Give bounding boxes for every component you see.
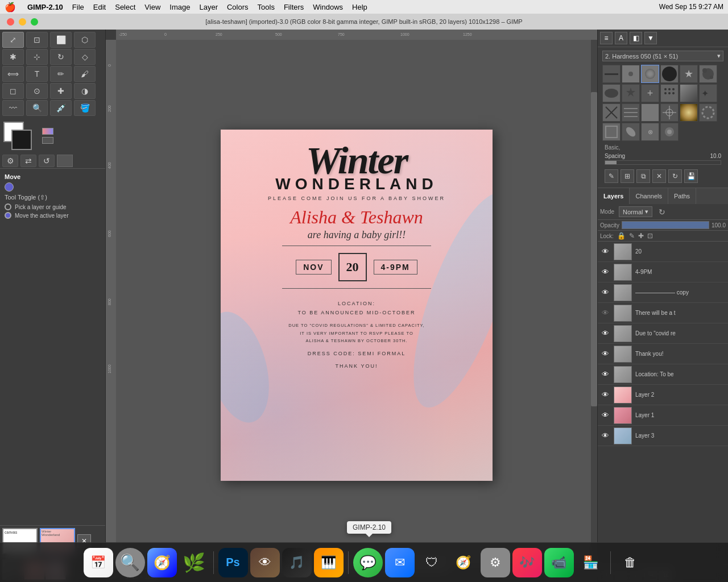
brush-star[interactable]: ★ [680,65,698,83]
menu-select[interactable]: Select [115,3,135,11]
mode-refresh-btn[interactable]: ↻ [657,207,667,217]
tool-eraser[interactable]: ◻ [2,83,24,99]
brush-md-circle[interactable] [641,65,659,83]
brush-leaf[interactable] [622,123,640,141]
tool-free-select[interactable]: ⬡ [74,32,96,48]
dock-fl-studio[interactable]: 🎹 [314,548,344,577]
dock-photoshop[interactable]: Ps [218,548,248,577]
brush-paint1[interactable] [699,103,717,122]
tool-swap[interactable]: ⇄ [20,155,36,167]
dock-store[interactable]: 🏪 [576,548,606,577]
tool-pencil[interactable]: ✏ [50,66,72,82]
dock-music[interactable]: 🎶 [512,548,542,577]
layer-eye-there[interactable]: 👁 [600,308,610,318]
brush-duplicate-btn[interactable]: ⧉ [636,169,650,183]
layer-item-20[interactable]: 👁 20 [598,242,728,262]
tool-dodge-burn[interactable]: ◑ [74,83,96,99]
menu-filters[interactable]: Filters [284,3,304,11]
dock-spotlight[interactable]: 🔍 [115,548,145,577]
dock-facetime[interactable]: 📹 [544,548,574,577]
radio-pick-layer[interactable] [5,203,11,210]
tool-zoom[interactable]: 🔍 [26,100,48,116]
layer-item-location[interactable]: 👁 Location: To be [598,364,728,385]
scrollbar-v-thumb[interactable] [591,92,597,406]
menu-colors[interactable]: Colors [227,3,249,11]
tool-text[interactable]: T [26,66,48,82]
tool-config[interactable]: ⚙ [2,155,18,167]
layer-eye-copy[interactable]: 👁 [600,288,610,298]
tab-paths[interactable]: Paths [668,188,696,204]
tool-fuzzy-select[interactable]: ✱ [2,49,24,65]
panel-btn-2[interactable]: A [615,32,627,44]
menu-image[interactable]: Image [169,3,190,11]
pick-layer-option[interactable]: Pick a layer or guide [5,203,101,210]
tool-flip[interactable]: ⟺ [2,66,24,82]
layer-eye-layer2[interactable]: 👁 [600,390,610,400]
brush-texture1[interactable] [680,84,698,102]
tool-crop[interactable]: ⊹ [26,49,48,65]
layer-item-49pm[interactable]: 👁 4-9PM [598,262,728,282]
tool-move[interactable]: ⤢ [2,32,24,48]
layer-eye-covid[interactable]: 👁 [600,329,610,339]
brush-splat1[interactable] [699,65,717,83]
dock-mail[interactable]: ✉ [385,548,415,577]
layer-eye-20[interactable]: 👁 [600,247,610,257]
menu-windows[interactable]: Windows [313,3,343,11]
tool-reset[interactable]: ↺ [39,155,55,167]
tool-fill[interactable]: 🪣 [74,100,96,116]
brush-dots[interactable] [660,84,679,102]
layer-item-layer3[interactable]: 👁 Layer 3 [598,426,728,446]
menu-edit[interactable]: Edit [93,3,106,11]
dock-finder[interactable]: 🧭 [147,548,177,577]
tab-layers[interactable]: Layers [598,188,630,204]
brush-filter-dropdown[interactable]: 2. Hardness 050 (51 × 51) ▾ [602,51,723,61]
dock-logic[interactable]: 🎵 [282,548,312,577]
brush-cross[interactable]: + [641,84,659,102]
dock-messages[interactable]: 💬 [353,548,383,577]
foreground-background-colors[interactable] [3,122,38,150]
brush-save-btn[interactable]: 💾 [684,169,698,183]
brush-paint2[interactable] [602,123,621,141]
dock-security[interactable]: 🛡 [417,548,446,577]
lock-all-btn[interactable]: ⊡ [647,232,653,240]
maximize-window-button[interactable] [31,18,38,26]
lock-paint-btn[interactable]: ✎ [629,232,635,240]
tool-rect-select[interactable]: ⬜ [50,32,72,48]
layer-eye-49pm[interactable]: 👁 [600,267,610,277]
brush-lg-circle[interactable] [660,65,679,83]
menu-view[interactable]: View [144,3,160,11]
tool-scale[interactable]: ⊡ [26,32,48,48]
layer-item-layer1[interactable]: 👁 Layer 1 [598,405,728,426]
layer-item-there[interactable]: 👁 There will be a t [598,303,728,323]
tool-eyedropper[interactable]: 💉 [50,100,72,116]
brush-misc2[interactable] [660,123,679,141]
brush-refresh-btn[interactable]: ↻ [668,169,682,183]
layer-eye-location[interactable]: 👁 [600,369,610,380]
move-active-option[interactable]: Move the active layer [5,212,101,219]
opacity-slider[interactable] [622,221,709,229]
brush-sm-circle[interactable] [622,65,640,83]
layer-eye-thankyou[interactable]: 👁 [600,349,610,359]
brush-delete-btn[interactable]: ✕ [652,169,666,183]
menu-gimp[interactable]: GIMP-2.10 [27,3,63,11]
brush-edit-btn[interactable]: ✎ [605,169,618,183]
brush-splat2[interactable] [602,84,621,102]
spacing-slider[interactable] [605,160,721,165]
brush-new-btn[interactable]: ⊞ [621,169,634,183]
brush-line[interactable] [602,65,621,83]
dock-settings[interactable]: ⚙ [481,548,510,577]
layer-eye-layer3[interactable]: 👁 [600,431,610,441]
apple-menu[interactable]: 🍎 [5,2,16,13]
mode-dropdown[interactable]: Normal ▾ [619,206,652,217]
brush-texture3[interactable] [602,103,621,122]
menu-tools[interactable]: Tools [258,3,275,11]
brush-splat3[interactable] [622,84,640,102]
panel-btn-1[interactable]: ≡ [600,32,613,44]
dock-gimp[interactable]: 👁 [250,548,280,577]
minimize-window-button[interactable] [19,18,26,26]
tool-rotate[interactable]: ↻ [50,49,72,65]
menu-help[interactable]: Help [352,3,367,11]
brush-lines[interactable] [622,103,640,122]
lock-pixels-btn[interactable]: 🔒 [617,232,626,240]
close-window-button[interactable] [7,18,14,26]
